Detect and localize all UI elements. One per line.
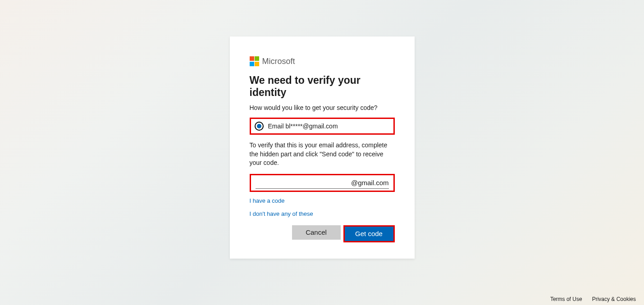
footer-links: Terms of Use Privacy & Cookies <box>550 296 636 302</box>
email-prefix-input[interactable] <box>256 179 351 187</box>
radio-option-email[interactable]: Email bl*****@gmail.com <box>250 118 395 135</box>
radio-selected-icon <box>255 122 264 131</box>
instruction-text: To verify that this is your email addres… <box>250 141 395 168</box>
page-title: We need to verify your identity <box>250 74 395 99</box>
no-options-link[interactable]: I don't have any of these <box>250 210 395 217</box>
brand-row: Microsoft <box>250 56 395 66</box>
radio-option-label: Email bl*****@gmail.com <box>268 123 338 130</box>
brand-name: Microsoft <box>262 57 295 66</box>
have-code-link[interactable]: I have a code <box>250 197 395 204</box>
microsoft-logo-icon <box>250 56 260 66</box>
email-suffix-label: @gmail.com <box>351 179 389 187</box>
cancel-button[interactable]: Cancel <box>292 225 341 240</box>
get-code-highlight: Get code <box>343 225 395 242</box>
email-input-container: @gmail.com <box>250 174 395 192</box>
get-code-button[interactable]: Get code <box>345 227 393 241</box>
page-subtitle: How would you like to get your security … <box>250 104 395 111</box>
privacy-link[interactable]: Privacy & Cookies <box>592 296 636 302</box>
button-row: Cancel Get code <box>250 225 395 242</box>
identity-verification-card: Microsoft We need to verify your identit… <box>230 36 415 259</box>
terms-link[interactable]: Terms of Use <box>550 296 582 302</box>
